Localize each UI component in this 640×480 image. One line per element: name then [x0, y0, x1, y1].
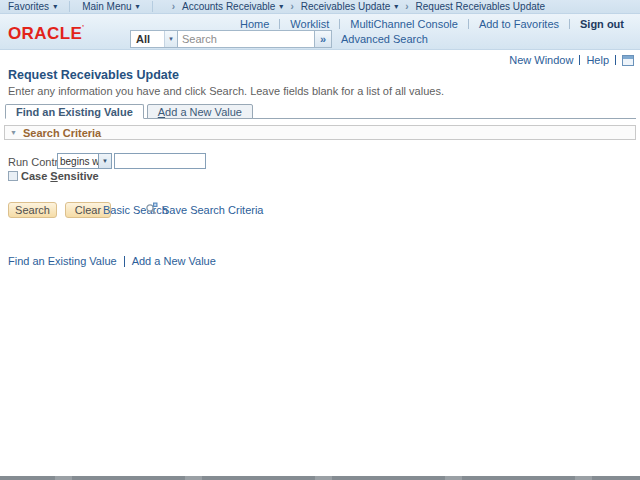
breadcrumb-separator	[69, 1, 70, 12]
search-button[interactable]: Search	[8, 202, 57, 218]
basic-search-link[interactable]: Basic Search	[103, 204, 168, 216]
collapse-triangle-icon[interactable]: ▼	[10, 129, 17, 136]
nav-home-link[interactable]: Home	[230, 18, 279, 30]
utility-separator	[615, 55, 616, 65]
breadcrumb-separator	[152, 1, 153, 12]
breadcrumb-favorites[interactable]: Favorites ▾	[8, 1, 57, 12]
page-title: Request Receivables Update	[8, 68, 179, 82]
utility-links: New Window Help	[509, 54, 634, 66]
bottom-bar	[0, 476, 640, 480]
case-sensitive-label: Case Sensitive	[21, 170, 99, 182]
add-new-value-link[interactable]: Add a New Value	[132, 255, 216, 267]
caret-down-icon: ▾	[136, 2, 140, 11]
tab-label: Add a New Value	[158, 106, 242, 118]
search-criteria-title: Search Criteria	[23, 127, 101, 139]
run-control-id-input[interactable]	[114, 153, 206, 169]
bottom-links: Find an Existing Value Add a New Value	[8, 255, 216, 267]
new-window-icon[interactable]	[622, 55, 634, 66]
breadcrumb-accounts-receivable[interactable]: Accounts Receivable ▾	[182, 1, 283, 12]
search-scope-select[interactable]: All ▼	[130, 30, 178, 48]
chevron-right-icon: ›	[172, 1, 175, 12]
oracle-logo: ORACLE'	[8, 24, 84, 44]
breadcrumb: Favorites ▾ Main Menu ▾ › Accounts Recei…	[0, 0, 640, 14]
top-nav: Home Worklist MultiChannel Console Add t…	[230, 18, 634, 30]
caret-down-icon: ▾	[394, 2, 398, 11]
nav-add-to-favorites-link[interactable]: Add to Favorites	[469, 18, 569, 30]
breadcrumb-label: Receivables Update	[301, 1, 391, 12]
bottom-links-separator	[124, 256, 125, 267]
operator-value: begins with	[58, 154, 98, 168]
breadcrumb-label: Favorites	[8, 1, 49, 12]
breadcrumb-label: Request Receivables Update	[416, 1, 546, 12]
new-window-link[interactable]: New Window	[509, 54, 573, 66]
search-tabs: Find an Existing Value Add a New Value	[5, 104, 253, 119]
advanced-search-link[interactable]: Advanced Search	[341, 33, 428, 45]
help-link[interactable]: Help	[586, 54, 609, 66]
tab-label: Find an Existing Value	[16, 106, 133, 118]
chevron-right-icon: ›	[290, 1, 293, 12]
chevron-right-icon: ›	[405, 1, 408, 12]
utility-separator	[579, 55, 580, 65]
sign-out-link[interactable]: Sign out	[570, 18, 634, 30]
nav-worklist-link[interactable]: Worklist	[280, 18, 339, 30]
global-search-input[interactable]	[177, 30, 315, 48]
save-search-criteria-icon[interactable]	[145, 202, 158, 215]
tab-find-existing-value[interactable]: Find an Existing Value	[5, 104, 144, 119]
case-sensitive-checkbox[interactable]	[8, 171, 18, 181]
save-search-criteria-link[interactable]: Save Search Criteria	[162, 204, 264, 216]
operator-select[interactable]: begins with ▼	[57, 153, 112, 169]
caret-down-icon: ▾	[53, 2, 57, 11]
search-scope-value: All	[131, 33, 164, 45]
search-criteria-header: ▼ Search Criteria	[4, 125, 636, 140]
select-arrow-icon: ▼	[98, 154, 111, 168]
app-header: ORACLE' Home Worklist MultiChannel Conso…	[0, 14, 640, 50]
tab-add-new-value[interactable]: Add a New Value	[147, 104, 253, 119]
find-existing-value-link[interactable]: Find an Existing Value	[8, 255, 117, 267]
breadcrumb-label: Main Menu	[82, 1, 131, 12]
breadcrumb-current-page: Request Receivables Update	[416, 1, 546, 12]
global-search: All ▼ » Advanced Search	[130, 30, 428, 48]
instruction-text: Enter any information you have and click…	[8, 85, 444, 97]
breadcrumb-main-menu[interactable]: Main Menu ▾	[82, 1, 139, 12]
peoplesoft-window: Favorites ▾ Main Menu ▾ › Accounts Recei…	[0, 0, 640, 480]
select-arrow-icon: ▼	[164, 31, 177, 47]
caret-down-icon: ▾	[279, 2, 283, 11]
nav-multichannel-console-link[interactable]: MultiChannel Console	[340, 18, 468, 30]
breadcrumb-receivables-update[interactable]: Receivables Update ▾	[301, 1, 399, 12]
breadcrumb-label: Accounts Receivable	[182, 1, 275, 12]
search-go-button[interactable]: »	[314, 30, 332, 48]
